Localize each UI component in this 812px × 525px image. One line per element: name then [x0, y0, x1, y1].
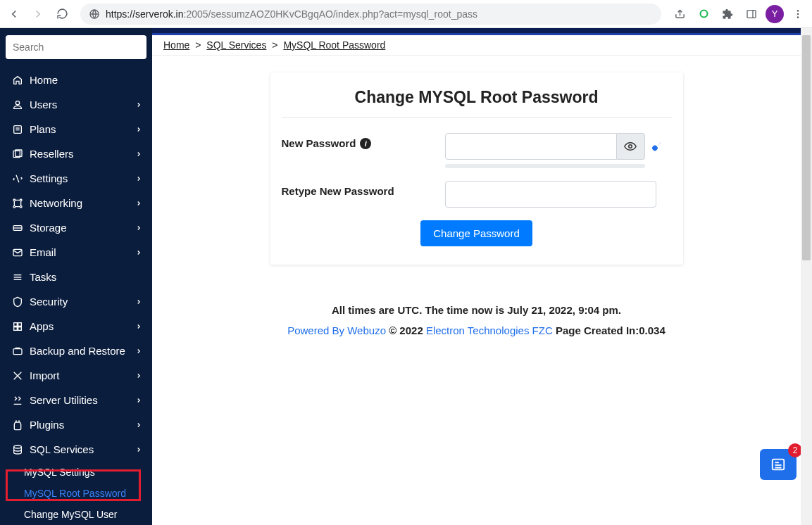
url-text: https://serverok.in:2005/sessumzAOZ0HKvC… [106, 8, 477, 20]
menu-icon [10, 173, 25, 184]
svg-rect-26 [13, 348, 22, 354]
chevron-right-icon [135, 323, 142, 330]
sidebar-item-settings[interactable]: Settings [6, 166, 146, 191]
chevron-right-icon [135, 397, 142, 404]
breadcrumb: Home > SQL Services > MySQL Root Passwor… [152, 35, 801, 56]
menu-label: Security [30, 296, 135, 308]
news-widget[interactable]: 2 [760, 449, 797, 480]
chevron-right-icon [135, 422, 142, 429]
menu-icon [10, 370, 25, 381]
sidebar-item-networking[interactable]: Networking [6, 191, 146, 215]
submenu-item-mysql-settings[interactable]: MySQL Settings [21, 462, 146, 483]
sidebar-item-security[interactable]: Security [6, 289, 146, 314]
share-icon[interactable] [670, 4, 689, 24]
menu-icon [10, 198, 25, 209]
extensions-icon[interactable] [718, 4, 737, 24]
sidepanel-icon[interactable] [742, 4, 761, 24]
sidebar-item-apps[interactable]: Apps [6, 314, 146, 339]
menu-label: Email [30, 246, 135, 258]
card-divider [282, 117, 672, 118]
generate-password-icon[interactable] [651, 140, 663, 153]
reload-button[interactable] [52, 4, 72, 24]
sidebar-item-import[interactable]: Import [6, 363, 146, 388]
menu-icon [10, 75, 25, 86]
profile-avatar[interactable]: Y [766, 5, 784, 23]
menu-icon [10, 222, 25, 234]
breadcrumb-current[interactable]: MySQL Root Password [283, 39, 385, 51]
chevron-right-icon [135, 151, 142, 158]
sidebar-item-tasks[interactable]: Tasks [6, 265, 146, 289]
chevron-right-icon [135, 348, 142, 355]
vertical-scrollbar[interactable] [801, 28, 812, 525]
new-password-label: New Password i [282, 133, 445, 149]
svg-point-6 [797, 16, 799, 18]
breadcrumb-home[interactable]: Home [163, 39, 189, 51]
menu-label: Home [30, 74, 142, 86]
menu-icon [10, 272, 25, 283]
sql-submenu: MySQL SettingsMySQL Root PasswordChange … [6, 462, 146, 525]
menu-label: Storage [30, 222, 135, 234]
back-button[interactable] [4, 4, 24, 24]
chevron-right-icon [135, 224, 142, 232]
menu-label: SQL Services [30, 443, 135, 455]
sidebar-item-sql-services[interactable]: SQL Services [6, 437, 146, 462]
retype-password-label: Retype New Password [282, 181, 445, 197]
chevron-right-icon [135, 126, 142, 133]
menu-icon [10, 148, 25, 160]
avatar-initial: Y [772, 8, 778, 19]
sidebar: HomeUsersPlansResellersSettingsNetworkin… [0, 28, 152, 525]
main-content: Home > SQL Services > MySQL Root Passwor… [152, 28, 801, 525]
breadcrumb-sql[interactable]: SQL Services [206, 39, 266, 51]
extension-circle-icon[interactable] [694, 4, 713, 24]
chevron-right-icon [135, 175, 142, 182]
svg-point-27 [14, 445, 22, 448]
app-container: HomeUsersPlansResellersSettingsNetworkin… [0, 28, 812, 525]
footer: All times are UTC. The time now is July … [152, 304, 801, 336]
sidebar-item-server-utilities[interactable]: Server Utilities [6, 388, 146, 412]
toggle-visibility-button[interactable] [617, 133, 645, 160]
retype-password-input[interactable] [445, 181, 656, 208]
menu-label: Settings [30, 172, 135, 184]
footer-credits: Powered By Webuzo © 2022 Electron Techno… [152, 324, 801, 336]
menu-label: Apps [30, 320, 135, 332]
address-bar[interactable]: https://serverok.in:2005/sessumzAOZ0HKvC… [80, 4, 661, 25]
chrome-menu-icon[interactable] [788, 4, 808, 24]
sidebar-item-email[interactable]: Email [6, 240, 146, 265]
info-icon[interactable]: i [360, 138, 371, 149]
svg-rect-25 [18, 327, 22, 330]
search-input[interactable] [13, 42, 139, 53]
sidebar-item-plans[interactable]: Plans [6, 117, 146, 141]
sidebar-search[interactable] [6, 35, 146, 59]
row-new-password: New Password i [282, 133, 672, 168]
menu-label: Tasks [30, 271, 142, 283]
sidebar-item-storage[interactable]: Storage [6, 215, 146, 240]
svg-point-5 [797, 13, 799, 15]
submenu-item-change-mysql-user[interactable]: Change MySQL User [21, 504, 146, 525]
menu-icon [10, 247, 25, 258]
svg-rect-23 [18, 322, 22, 326]
change-password-button[interactable]: Change Password [420, 220, 532, 246]
menu-icon [10, 124, 25, 135]
svg-rect-22 [14, 322, 18, 326]
submenu-item-mysql-root-password[interactable]: MySQL Root Password [21, 483, 146, 504]
news-count-badge: 2 [788, 443, 801, 457]
menu-icon [10, 346, 25, 357]
chevron-right-icon [135, 200, 142, 207]
sidebar-item-home[interactable]: Home [6, 68, 146, 92]
sidebar-item-plugins[interactable]: Plugins [6, 412, 146, 437]
sidebar-item-resellers[interactable]: Resellers [6, 141, 146, 166]
scrollbar-thumb[interactable] [802, 35, 811, 260]
sidebar-item-backup-and-restore[interactable]: Backup and Restore [6, 339, 146, 363]
powered-by-link[interactable]: Powered By Webuzo [287, 324, 386, 336]
forward-button[interactable] [28, 4, 48, 24]
menu-label: Users [30, 99, 135, 110]
main-wrap: Home > SQL Services > MySQL Root Passwor… [152, 28, 812, 525]
svg-point-13 [20, 199, 22, 201]
row-retype-password: Retype New Password [282, 181, 672, 208]
site-info-icon[interactable] [89, 8, 100, 20]
svg-point-14 [13, 205, 15, 208]
new-password-input[interactable] [445, 133, 617, 160]
svg-rect-24 [14, 327, 18, 330]
company-link[interactable]: Electron Technologies FZC [426, 324, 553, 336]
sidebar-item-users[interactable]: Users [6, 92, 146, 117]
